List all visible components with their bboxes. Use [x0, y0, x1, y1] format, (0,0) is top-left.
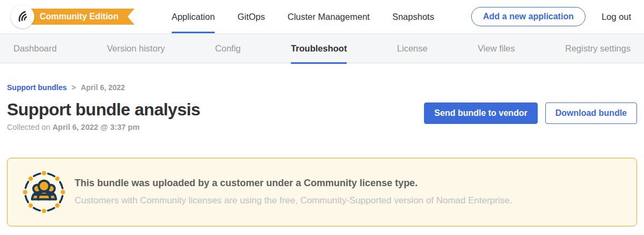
nav-item-snapshots[interactable]: Snapshots: [381, 0, 445, 33]
app-subnav: Dashboard Version history Config Trouble…: [0, 33, 644, 63]
breadcrumb-separator: >: [71, 83, 76, 92]
community-license-banner: This bundle was uploaded by a customer u…: [7, 158, 637, 226]
replicated-logo-icon[interactable]: [11, 5, 34, 28]
signal-arcs-icon: [16, 10, 30, 24]
banner-title: This bundle was uploaded by a customer u…: [75, 177, 512, 189]
banner-subtitle: Customers with Community licenses are us…: [75, 195, 512, 207]
subnav-item-config[interactable]: Config: [215, 33, 241, 63]
nav-item-gitops[interactable]: GitOps: [226, 0, 276, 33]
breadcrumb: Support bundles > April 6, 2022: [7, 83, 637, 92]
collected-date: April 6, 2022 @ 3:37 pm: [53, 123, 140, 131]
community-people-icon: [23, 171, 65, 214]
community-edition-badge: Community Edition: [26, 9, 135, 25]
subnav-item-registry-settings[interactable]: Registry settings: [565, 33, 631, 63]
logout-link[interactable]: Log out: [602, 12, 631, 22]
subnav-item-view-files[interactable]: View files: [478, 33, 515, 63]
collected-prefix: Collected on: [7, 123, 53, 131]
send-bundle-to-vendor-button[interactable]: Send bundle to vendor: [424, 102, 537, 124]
subnav-item-license[interactable]: License: [397, 33, 428, 63]
title-block: Support bundle analysis Collected on Apr…: [7, 100, 200, 131]
banner-text: This bundle was uploaded by a customer u…: [75, 177, 512, 207]
brand: Community Edition: [11, 5, 135, 28]
breadcrumb-current: April 6, 2022: [80, 83, 125, 92]
download-bundle-button[interactable]: Download bundle: [545, 102, 637, 124]
breadcrumb-support-bundles-link[interactable]: Support bundles: [7, 83, 67, 92]
subnav-item-troubleshoot[interactable]: Troubleshoot: [291, 33, 347, 63]
top-navbar: Community Edition Application GitOps Clu…: [0, 0, 644, 33]
page-title: Support bundle analysis: [7, 100, 200, 120]
page-content: Support bundles > April 6, 2022 Support …: [0, 63, 644, 226]
navbar-right: Add a new application Log out: [471, 7, 631, 26]
nav-item-cluster-management[interactable]: Cluster Management: [276, 0, 381, 33]
subnav-item-version-history[interactable]: Version history: [107, 33, 165, 63]
primary-nav: Application GitOps Cluster Management Sn…: [160, 0, 445, 33]
title-row: Support bundle analysis Collected on Apr…: [7, 100, 637, 131]
collected-timestamp: Collected on April 6, 2022 @ 3:37 pm: [7, 123, 200, 131]
subnav-item-dashboard[interactable]: Dashboard: [13, 33, 57, 63]
nav-item-application[interactable]: Application: [160, 0, 226, 33]
add-new-application-button[interactable]: Add a new application: [471, 7, 586, 26]
bundle-actions: Send bundle to vendor Download bundle: [424, 102, 637, 124]
